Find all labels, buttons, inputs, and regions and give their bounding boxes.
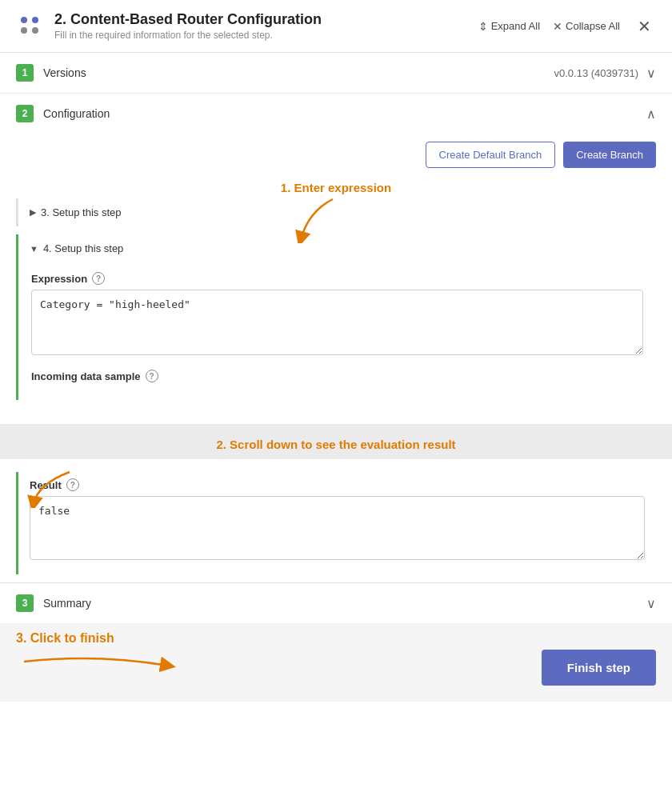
annotation-2-text: 2. Scroll down to see the evaluation res… xyxy=(216,438,455,451)
configuration-section: 2 Configuration ∧ Create Default Branch … xyxy=(0,94,672,425)
result-subsection: Result ? f xyxy=(16,472,656,574)
versions-chevron: ∨ xyxy=(646,66,656,81)
versions-section: 1 Versions v0.0.13 (4039731) ∨ xyxy=(0,53,672,94)
summary-chevron: ∨ xyxy=(646,596,656,611)
summary-section: 3 Summary ∨ xyxy=(0,582,672,623)
footer-row: 3. Click to finish Finish step xyxy=(0,623,672,702)
app-icon xyxy=(16,12,45,41)
versions-badge: 1 xyxy=(16,64,34,82)
annotation-3-arrow xyxy=(16,646,176,686)
collapse-all-icon: ✕ xyxy=(553,20,562,33)
expand-all-icon: ⇕ xyxy=(478,20,488,33)
create-default-branch-button[interactable]: Create Default Branch xyxy=(426,142,556,168)
versions-title: Versions xyxy=(43,66,554,79)
close-button[interactable]: ✕ xyxy=(633,15,656,38)
branch-buttons-row: Create Default Branch Create Branch xyxy=(16,142,656,168)
version-value: v0.0.13 (4039731) xyxy=(554,67,638,79)
collapse-all-button[interactable]: ✕ Collapse All xyxy=(553,20,620,33)
step4-content: Expression ? Category = "high-heeled" In… xyxy=(18,262,656,400)
annotation-3-block: 3. Click to finish xyxy=(16,631,542,686)
step4-toggle-icon: ▼ xyxy=(30,244,38,254)
main-body: 1 Versions v0.0.13 (4039731) ∨ 2 Configu… xyxy=(0,53,672,800)
step4-subsection: ▼ 4. Setup this step Expression ? Catego… xyxy=(16,234,656,400)
summary-title: Summary xyxy=(43,597,646,610)
incoming-data-help-icon[interactable]: ? xyxy=(146,370,158,382)
versions-section-header[interactable]: 1 Versions v0.0.13 (4039731) ∨ xyxy=(0,53,672,93)
expression-label: Expression ? xyxy=(31,272,643,285)
summary-badge: 3 xyxy=(16,594,34,612)
configuration-badge: 2 xyxy=(16,105,34,122)
header-actions: ⇕ Expand All ✕ Collapse All ✕ xyxy=(478,15,656,38)
configuration-chevron: ∧ xyxy=(646,106,656,122)
result-label: Result ? xyxy=(30,478,645,491)
result-input[interactable]: false xyxy=(30,496,645,560)
page-title: 2. Content-Based Router Configuration xyxy=(54,11,478,28)
create-branch-button[interactable]: Create Branch xyxy=(563,142,656,168)
modal-container: 2. Content-Based Router Configuration Fi… xyxy=(0,0,672,800)
annotation-1-arrow xyxy=(285,195,381,243)
configuration-title: Configuration xyxy=(43,107,646,120)
annotation-2-block: 2. Scroll down to see the evaluation res… xyxy=(0,425,672,459)
page-subtitle: Fill in the required information for the… xyxy=(54,30,478,41)
expression-input[interactable]: Category = "high-heeled" xyxy=(31,290,643,355)
expand-all-button[interactable]: ⇕ Expand All xyxy=(478,20,540,33)
configuration-content: Create Default Branch Create Branch 1. E… xyxy=(0,134,672,424)
result-block: Result ? f xyxy=(0,459,672,582)
incoming-data-label: Incoming data sample ? xyxy=(31,370,643,382)
header-text-block: 2. Content-Based Router Configuration Fi… xyxy=(54,11,478,41)
modal-header: 2. Content-Based Router Configuration Fi… xyxy=(0,0,672,53)
annotation-1-block: 1. Enter expression xyxy=(16,181,656,195)
step3-toggle-icon: ▶ xyxy=(30,207,36,218)
annotation-1-text: 1. Enter expression xyxy=(281,181,391,194)
configuration-section-header[interactable]: 2 Configuration ∧ xyxy=(0,94,672,134)
result-content: Result ? f xyxy=(18,472,656,574)
annotation-3-text: 3. Click to finish xyxy=(16,631,114,646)
annotation-2-arrow xyxy=(22,468,86,508)
finish-step-button[interactable]: Finish step xyxy=(542,650,656,686)
expression-help-icon[interactable]: ? xyxy=(92,272,105,285)
